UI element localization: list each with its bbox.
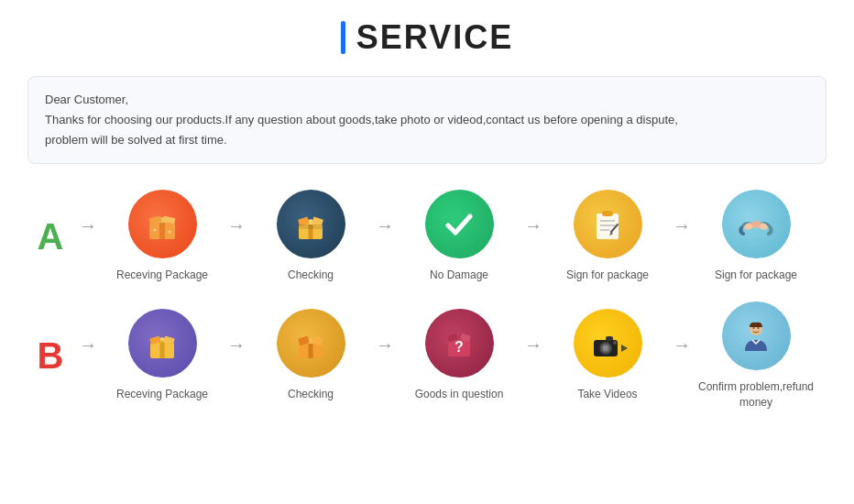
notice-box: Dear Customer, Thanks for choosing our p… — [27, 76, 827, 164]
icon-a2-package-dark — [277, 190, 345, 258]
step-b5: Confirm problem,refundmoney — [696, 301, 816, 411]
svg-point-47 — [753, 327, 755, 329]
arrow-b4: → — [673, 334, 691, 356]
svg-text:?: ? — [454, 339, 464, 355]
icon-b2-package-gold — [277, 309, 345, 378]
icon-a3-checkmark — [425, 190, 494, 258]
step-b4-label: Take Videos — [577, 387, 637, 402]
icon-b3-question: ? — [425, 309, 494, 378]
step-a4-label: Sign for package — [566, 268, 649, 283]
step-b1: Receving Package — [103, 309, 222, 402]
svg-rect-33 — [309, 344, 313, 358]
step-b1-label: Receving Package — [116, 387, 208, 402]
arrow-a3: → — [524, 215, 542, 236]
svg-point-6 — [169, 230, 171, 233]
svg-point-48 — [758, 327, 760, 329]
icon-a5-handshake — [722, 190, 791, 258]
step-b3-label: Goods in question — [415, 387, 504, 402]
svg-rect-43 — [606, 336, 613, 341]
page-title: SERVICE — [356, 18, 513, 57]
flow-row-b: B → Receving Package → — [27, 301, 827, 411]
step-a5-label: Sign for package — [715, 268, 797, 283]
step-b2-label: Checking — [288, 387, 334, 402]
svg-rect-14 — [602, 211, 613, 216]
svg-rect-25 — [160, 343, 165, 358]
step-a1-label: Receving Package — [116, 268, 208, 283]
arrow-a2: → — [376, 215, 394, 236]
svg-marker-45 — [621, 345, 628, 352]
step-b2: Checking — [251, 309, 370, 402]
svg-point-42 — [604, 345, 606, 347]
icon-a1-package-orange — [128, 190, 197, 258]
svg-point-44 — [613, 341, 617, 345]
step-a2: Checking — [251, 190, 370, 283]
step-a5: Sign for package — [696, 190, 816, 283]
arrow-a4: → — [673, 215, 691, 236]
svg-rect-12 — [299, 225, 323, 229]
notice-line2: Thanks for choosing our products.If any … — [45, 110, 809, 130]
step-b4: Take Videos — [548, 309, 667, 402]
arrow-a0: → — [79, 215, 97, 236]
arrow-a1: → — [227, 215, 246, 236]
arrow-b1: → — [227, 334, 246, 356]
step-a4: Sign for package — [548, 190, 667, 283]
step-b3: ? Goods in question — [400, 309, 519, 402]
notice-line3: problem will be solved at first time. — [45, 130, 809, 150]
arrow-b2: → — [376, 334, 394, 356]
icon-a4-sign — [574, 190, 642, 258]
arrow-b3: → — [524, 334, 542, 356]
step-a1: Receving Package — [103, 190, 222, 283]
svg-point-26 — [160, 341, 164, 345]
title-bar-accent — [341, 21, 345, 54]
title-section: SERVICE — [27, 18, 827, 58]
flow-row-a: A → Receving Package → — [27, 190, 827, 283]
icon-b5-person — [722, 301, 791, 370]
step-a3: No Damage — [400, 190, 519, 283]
row-label-b: B — [27, 335, 73, 377]
icon-b4-camera — [574, 309, 642, 378]
step-a2-label: Checking — [288, 268, 334, 283]
row-label-a: A — [27, 216, 73, 257]
step-b5-label: Confirm problem,refundmoney — [698, 379, 814, 411]
icon-b1-package-purple — [128, 309, 197, 378]
step-a3-label: No Damage — [430, 268, 488, 283]
arrow-b0: → — [79, 334, 97, 356]
svg-point-22 — [751, 221, 761, 228]
svg-rect-4 — [159, 223, 165, 239]
svg-point-5 — [154, 228, 157, 231]
notice-line1: Dear Customer, — [45, 90, 809, 110]
